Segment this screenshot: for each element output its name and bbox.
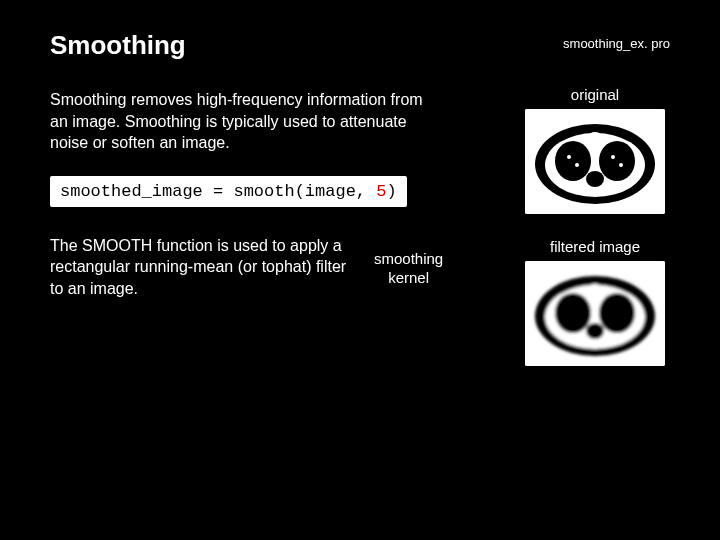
svg-point-10: [619, 163, 623, 167]
svg-point-14: [555, 293, 591, 333]
svg-point-17: [588, 284, 602, 294]
original-label: original: [520, 86, 670, 103]
svg-point-15: [599, 293, 635, 333]
code-func: smooth: [233, 182, 294, 201]
code-close: ): [386, 182, 396, 201]
svg-point-6: [588, 132, 602, 142]
code-snippet: smoothed_image = smooth(image, 5): [50, 176, 407, 207]
original-ct-image: [525, 109, 665, 214]
smooth-description: The SMOOTH function is used to apply a r…: [50, 235, 350, 300]
kernel-label: smoothing kernel: [374, 249, 443, 288]
code-open: (image,: [295, 182, 377, 201]
code-lhs: smoothed_image =: [60, 182, 233, 201]
filtered-ct-image: [525, 261, 665, 366]
svg-point-16: [586, 323, 604, 339]
intro-paragraph: Smoothing removes high-frequency informa…: [50, 89, 440, 154]
svg-point-5: [586, 171, 604, 187]
svg-point-9: [611, 155, 615, 159]
svg-point-4: [599, 141, 635, 181]
kernel-label-line2: kernel: [388, 269, 429, 286]
kernel-label-line1: smoothing: [374, 250, 443, 267]
svg-point-3: [555, 141, 591, 181]
svg-point-8: [575, 163, 579, 167]
filename-label: smoothing_ex. pro: [563, 36, 670, 51]
svg-point-7: [567, 155, 571, 159]
code-arg-number: 5: [376, 182, 386, 201]
slide: Smoothing smoothing_ex. pro Smoothing re…: [0, 0, 720, 540]
filtered-label: filtered image: [520, 238, 670, 255]
image-column: original filtered image: [520, 86, 670, 366]
